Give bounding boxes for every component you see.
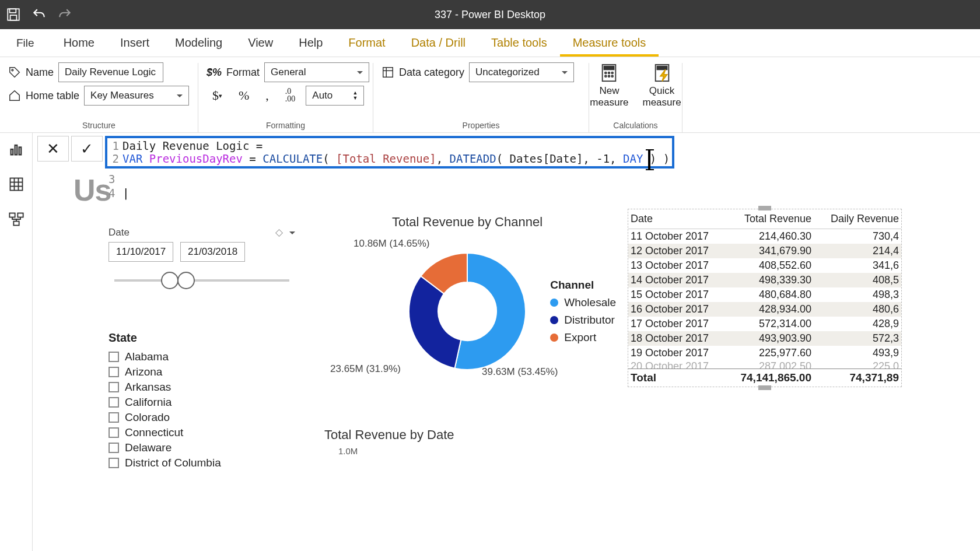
tab-insert[interactable]: Insert xyxy=(107,30,162,57)
comma-button[interactable]: , xyxy=(260,86,275,105)
report-view-button[interactable] xyxy=(7,140,26,159)
state-item[interactable]: Arizona xyxy=(108,364,295,380)
datacategory-select[interactable]: Uncategorized xyxy=(469,62,574,82)
resize-grip-top[interactable] xyxy=(758,206,771,210)
hometable-label: Home table xyxy=(26,90,79,102)
line-chart[interactable]: Total Revenue by Date 1.0M xyxy=(324,427,454,456)
legend-item[interactable]: Export xyxy=(550,331,616,344)
tab-datadrill[interactable]: Data / Drill xyxy=(398,30,478,57)
legend-item[interactable]: Distributor xyxy=(550,314,616,327)
checkbox-icon[interactable] xyxy=(108,412,119,423)
donut-legend: Channel WholesaleDistributorExport xyxy=(550,279,616,349)
table-row-cut: 20 October 2017287,002.50225,0 xyxy=(628,360,901,368)
col-daily-revenue[interactable]: Daily Revenue xyxy=(811,213,899,225)
formula-cancel-button[interactable]: ✕ xyxy=(37,136,69,162)
slider-handle-to[interactable] xyxy=(177,272,195,289)
svg-rect-26 xyxy=(18,213,23,217)
save-icon[interactable] xyxy=(7,8,20,21)
checkbox-icon[interactable] xyxy=(108,427,119,438)
state-item[interactable]: Colorado xyxy=(108,410,295,425)
checkbox-icon[interactable] xyxy=(108,352,119,362)
svg-rect-16 xyxy=(657,66,667,70)
state-item[interactable]: California xyxy=(108,395,295,410)
ribbon: Name Daily Revenue Logic Home table Key … xyxy=(0,57,980,133)
decimals-icon[interactable]: .0.00 xyxy=(279,86,302,105)
table-row[interactable]: 18 October 2017493,903.90572,3 xyxy=(628,331,901,346)
state-label: Arizona xyxy=(125,366,162,378)
category-icon xyxy=(382,66,394,79)
state-label: Colorado xyxy=(125,411,170,424)
state-item[interactable]: Arkansas xyxy=(108,380,295,395)
table-row[interactable]: 12 October 2017341,679.90214,4 xyxy=(628,244,901,258)
state-label: California xyxy=(125,396,172,409)
redo-icon[interactable] xyxy=(58,8,71,21)
date-to-input[interactable]: 21/03/2018 xyxy=(180,242,245,262)
currency-button[interactable]: $ ▾ xyxy=(206,86,228,105)
table-row[interactable]: 15 October 2017480,684.80498,3 xyxy=(628,287,901,302)
quick-measure-button[interactable]: Quick measure xyxy=(639,63,685,120)
col-total-revenue[interactable]: Total Revenue xyxy=(724,213,811,225)
state-item[interactable]: Alabama xyxy=(108,349,295,364)
hometable-select[interactable]: Key Measures xyxy=(84,86,189,106)
tab-home[interactable]: Home xyxy=(51,30,107,57)
checkbox-icon[interactable] xyxy=(108,367,119,377)
checkbox-icon[interactable] xyxy=(108,397,119,408)
tab-view[interactable]: View xyxy=(235,30,286,57)
svg-point-3 xyxy=(12,69,13,71)
tab-format[interactable]: Format xyxy=(335,30,398,57)
svg-rect-17 xyxy=(10,149,13,155)
state-item[interactable]: District of Columbia xyxy=(108,455,295,471)
view-bar xyxy=(0,133,33,551)
window-title: 337 - Power BI Desktop xyxy=(435,9,545,21)
name-input[interactable]: Daily Revenue Logic xyxy=(58,62,163,82)
state-slicer[interactable]: State AlabamaArizonaArkansasCaliforniaCo… xyxy=(108,331,295,483)
tab-measuretools[interactable]: Measure tools xyxy=(560,30,659,57)
formula-editor[interactable]: 1Daily Revenue Logic = 2VAR PreviousDayR… xyxy=(105,136,674,169)
col-date[interactable]: Date xyxy=(631,213,724,225)
checkbox-icon[interactable] xyxy=(108,443,119,453)
date-from-input[interactable]: 11/10/2017 xyxy=(108,242,173,262)
undo-icon[interactable] xyxy=(33,8,46,21)
date-slicer[interactable]: Date ◇ 11/10/2017 21/03/2018 xyxy=(108,226,295,292)
resize-grip-bottom[interactable] xyxy=(758,385,771,390)
home-icon xyxy=(8,89,21,102)
new-measure-button[interactable]: New measure xyxy=(586,63,632,120)
donut-chart[interactable]: Total Revenue by Channel 10.86M (14.65%)… xyxy=(313,215,622,381)
formula-commit-button[interactable]: ✓ xyxy=(71,136,103,162)
chevron-down-icon[interactable] xyxy=(286,227,295,238)
format-select[interactable]: General xyxy=(264,62,369,82)
table-row[interactable]: 17 October 2017572,314.00428,9 xyxy=(628,317,901,331)
state-item[interactable]: Delaware xyxy=(108,440,295,455)
svg-point-13 xyxy=(608,75,610,77)
table-row[interactable]: 16 October 2017428,934.00480,6 xyxy=(628,302,901,317)
table-visual[interactable]: Date Total Revenue Daily Revenue 11 Octo… xyxy=(628,209,902,387)
slider-handle-from[interactable] xyxy=(161,272,178,289)
tab-tabletools[interactable]: Table tools xyxy=(478,30,560,57)
datacategory-label: Data category xyxy=(399,66,464,79)
date-slider[interactable] xyxy=(108,269,295,292)
chevron-down-icon xyxy=(558,66,568,78)
data-view-button[interactable] xyxy=(7,175,26,194)
svg-rect-1 xyxy=(10,9,16,13)
checkbox-icon[interactable] xyxy=(108,382,119,392)
svg-rect-19 xyxy=(19,148,21,155)
percent-button[interactable]: % xyxy=(233,86,255,105)
table-row[interactable]: 13 October 2017408,552.60341,6 xyxy=(628,258,901,273)
donut-title: Total Revenue by Channel xyxy=(313,215,622,230)
svg-point-10 xyxy=(608,72,610,74)
tab-help[interactable]: Help xyxy=(286,30,335,57)
state-item[interactable]: Connecticut xyxy=(108,425,295,440)
legend-item[interactable]: Wholesale xyxy=(550,296,616,309)
checkbox-icon[interactable] xyxy=(108,458,119,468)
tab-modeling[interactable]: Modeling xyxy=(162,30,235,57)
eraser-icon[interactable]: ◇ xyxy=(275,227,283,238)
table-row[interactable]: 11 October 2017214,460.30730,4 xyxy=(628,229,901,244)
model-view-button[interactable] xyxy=(7,210,26,229)
table-row[interactable]: 19 October 2017225,977.60493,9 xyxy=(628,346,901,360)
table-row[interactable]: 14 October 2017498,339.30408,5 xyxy=(628,273,901,287)
tab-file[interactable]: File xyxy=(0,31,51,57)
decimals-input[interactable]: Auto▲▼ xyxy=(306,86,364,106)
group-properties: Properties xyxy=(382,120,580,132)
report-canvas: Us ✕ ✓ 1Daily Revenue Logic = 2VAR Previ… xyxy=(33,133,980,551)
chevron-down-icon xyxy=(173,90,183,101)
